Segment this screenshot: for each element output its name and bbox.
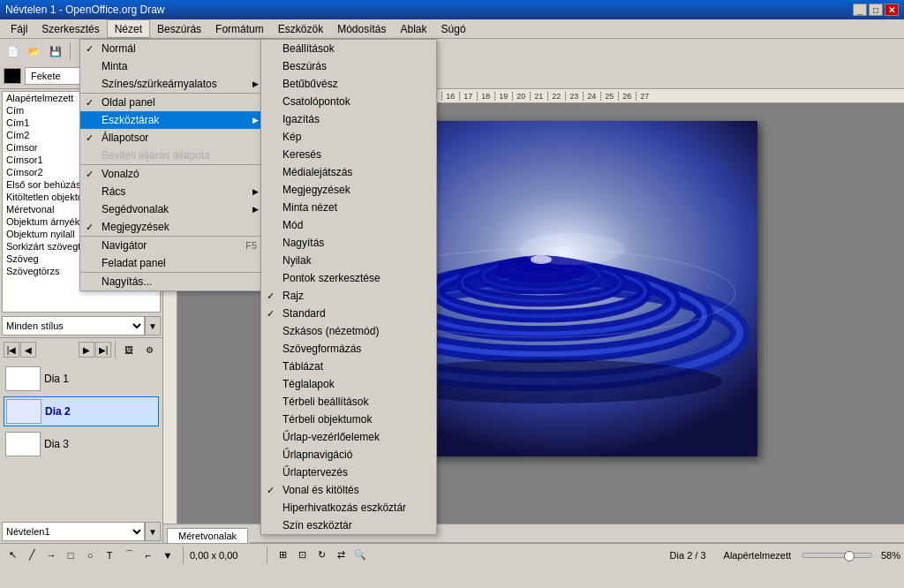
sub-szin-eszkoztár[interactable]: Szín eszköztár	[261, 516, 436, 534]
eszkoztarak-submenu: Beállítások Beszúrás Betűbűvész Csatolóp…	[260, 39, 437, 535]
slide-thumb-1[interactable]: Dia 1	[4, 365, 159, 393]
menu-vonalzo[interactable]: Vonalzó	[80, 165, 264, 183]
curve-tool[interactable]: ⌒	[120, 547, 138, 564]
menu-racs[interactable]: Rács	[80, 183, 264, 200]
sub-minta-nezet[interactable]: Minta nézet	[261, 199, 436, 216]
sub-rajz[interactable]: Rajz	[261, 287, 436, 305]
line-tool[interactable]: ╱	[23, 547, 41, 564]
sub-urlapnavigacio[interactable]: Űrlapnavigáció	[261, 446, 436, 464]
sub-megjegyzesek[interactable]: Megjegyzések	[261, 181, 436, 199]
save-button[interactable]: 💾	[46, 41, 65, 61]
sub-kereses[interactable]: Keresés	[261, 146, 436, 163]
arrow-tool[interactable]: ↖	[4, 547, 21, 564]
menu-tools[interactable]: Eszközök	[271, 19, 330, 38]
close-button[interactable]: ✕	[885, 4, 899, 16]
slide-name-arrow[interactable]: ▼	[145, 522, 161, 541]
sub-igazitas[interactable]: Igazítás	[261, 110, 436, 128]
zoom-tool[interactable]: 🔍	[351, 547, 369, 564]
menu-allapotsor[interactable]: Állapotsor	[80, 129, 264, 147]
sub-nagyitas[interactable]: Nagyítás	[261, 234, 436, 252]
sub-urlap-vezerlok[interactable]: Űrlap-vezérlőelemek	[261, 428, 436, 446]
slide-name-select[interactable]: Névtelen1	[2, 522, 145, 541]
sub-szkasos[interactable]: Szkásos (nézetmód)	[261, 322, 436, 340]
maximize-button[interactable]: □	[869, 4, 883, 16]
sub-tablazat[interactable]: Táblázat	[261, 358, 436, 375]
menu-feladat[interactable]: Feladat panel	[80, 254, 264, 272]
connector-tool[interactable]: ⌐	[139, 547, 157, 564]
sub-teglalapok[interactable]: Téglalapok	[261, 375, 436, 393]
menu-oldal-panel[interactable]: Oldal panel	[80, 94, 264, 111]
sub-standard[interactable]: Standard	[261, 305, 436, 322]
menu-file[interactable]: Fájl	[4, 19, 34, 38]
status-bar: ↖ ╱ → □ ○ T ⌒ ⌐ ▼ 0,00 x 0,00 ⊞ ⊡ ↻ ⇄ 🔍 …	[0, 543, 904, 566]
window-buttons[interactable]: _ □ ✕	[853, 4, 899, 16]
color-swatch[interactable]	[4, 68, 21, 84]
sub-pontok[interactable]: Pontok szerkesztése	[261, 269, 436, 287]
app-title: Névtelen 1 - OpenOffice.org Draw	[5, 4, 165, 16]
sub-csatolopontok[interactable]: Csatolópontok	[261, 93, 436, 110]
menu-format[interactable]: Formátum	[208, 19, 271, 38]
menu-insert[interactable]: Beszúrás	[150, 19, 208, 38]
slide-thumb-2[interactable]: Dia 2	[4, 396, 159, 426]
menu-beviteli[interactable]: Beviteli eljárás állapota	[80, 147, 264, 164]
slide-thumb-3[interactable]: Dia 3	[4, 430, 159, 458]
separator-1	[70, 42, 71, 60]
slide-label-2: Dia 2	[45, 405, 71, 418]
zoom-handle[interactable]	[844, 551, 855, 562]
minimize-button[interactable]: _	[853, 4, 867, 16]
slide-next-button[interactable]: ▶|	[95, 342, 111, 358]
arrow-line-tool[interactable]: →	[42, 547, 60, 564]
sub-vonal-kitoltes[interactable]: Vonal és kitöltés	[261, 481, 436, 499]
sub-medialejatszas[interactable]: Médialejátszás	[261, 163, 436, 181]
slide-prev-button[interactable]: ◀	[20, 342, 36, 358]
new-button[interactable]: 📄	[4, 41, 23, 61]
menu-segedvonalak[interactable]: Segédvonalak	[80, 200, 264, 218]
menu-modify[interactable]: Módosítás	[330, 19, 393, 38]
sub-hiperhivatkozas[interactable]: Hiperhivatkozás eszköztár	[261, 499, 436, 516]
snap-tool[interactable]: ⊞	[274, 547, 291, 564]
sub-terbeli-beallitasok[interactable]: Térbeli beállítások	[261, 393, 436, 411]
view-menu-dropdown: Normál Minta Színes/szürkeárnyalatos Old…	[79, 39, 265, 291]
text-tool[interactable]: T	[101, 547, 118, 564]
slide-play-button[interactable]: ▶	[79, 342, 94, 358]
sub-beallitasok[interactable]: Beállítások	[261, 40, 436, 57]
sub-beszuras[interactable]: Beszúrás	[261, 57, 436, 75]
rotate-tool[interactable]: ↻	[313, 547, 330, 564]
flip-tool[interactable]: ⇄	[332, 547, 350, 564]
sub-betubuvesz[interactable]: Betűbűvész	[261, 75, 436, 93]
sub-urlaptervezes[interactable]: Űrlaptervezés	[261, 464, 436, 481]
menu-szines[interactable]: Színes/szürkeárnyalatos	[80, 75, 264, 93]
slide-nav-bar: |◀ ◀ ▶ ▶| 🖼 ⚙	[0, 337, 162, 361]
menu-normal[interactable]: Normál	[80, 40, 264, 57]
open-button[interactable]: 📂	[25, 41, 44, 61]
menu-view[interactable]: Nézet	[107, 19, 150, 38]
menu-navigator[interactable]: Navigátor F5	[80, 237, 264, 254]
sub-terbeli-objektumok[interactable]: Térbeli objektumok	[261, 411, 436, 428]
slide-label-3: Dia 3	[44, 438, 69, 450]
sub-mod[interactable]: Mód	[261, 216, 436, 234]
menu-edit[interactable]: Szerkesztés	[34, 19, 106, 38]
sub-szovegformazas[interactable]: Szövegformázás	[261, 340, 436, 358]
grid-tool[interactable]: ⊡	[293, 547, 311, 564]
style-filter-select[interactable]: Minden stílus	[2, 316, 145, 335]
slide-info: Dia 2 / 3	[670, 550, 706, 561]
style-filter-arrow[interactable]: ▼	[145, 316, 161, 335]
draw-more[interactable]: ▼	[159, 547, 177, 564]
menu-help[interactable]: Súgó	[434, 19, 473, 38]
menu-window[interactable]: Ablak	[394, 19, 434, 38]
menu-megjegyzesek[interactable]: Megjegyzések	[80, 218, 264, 236]
slide-first-button[interactable]: |◀	[4, 342, 19, 358]
menu-bar: Fájl Szerkesztés Nézet Beszúrás Formátum…	[0, 19, 904, 39]
tab-meretvonalak[interactable]: Méretvonalak	[167, 528, 248, 543]
menu-eszkoztarak[interactable]: Eszköztárak	[80, 111, 264, 129]
menu-nagyitas[interactable]: Nagyítás...	[80, 273, 264, 290]
slide-options-button[interactable]: ⚙	[139, 340, 159, 359]
rect-tool[interactable]: □	[62, 547, 79, 564]
sub-nyilak[interactable]: Nyilak	[261, 252, 436, 269]
sub-kep[interactable]: Kép	[261, 128, 436, 146]
ellipse-tool[interactable]: ○	[81, 547, 99, 564]
zoom-slider[interactable]	[802, 553, 872, 558]
slide-add-button[interactable]: 🖼	[119, 340, 139, 359]
menu-minta[interactable]: Minta	[80, 57, 264, 75]
zoom-value: 58%	[874, 550, 900, 561]
